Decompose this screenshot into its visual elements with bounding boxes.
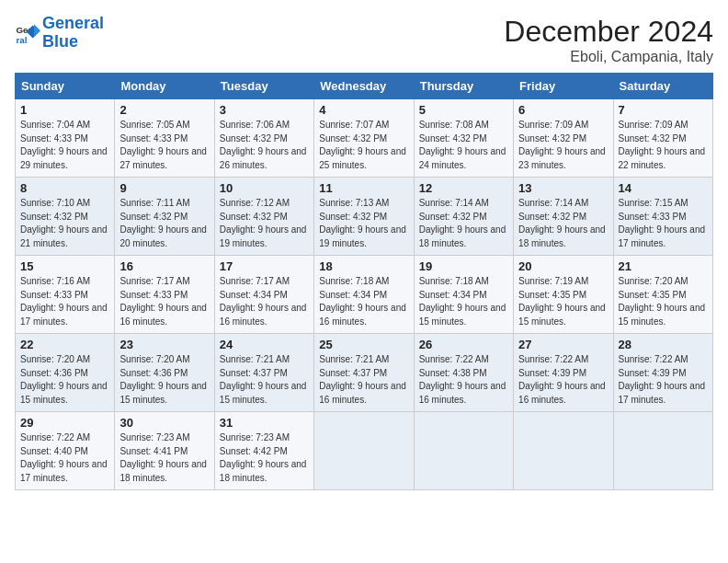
day-number: 29 — [20, 416, 109, 430]
day-info: Sunrise: 7:19 AMSunset: 4:35 PMDaylight:… — [518, 275, 608, 328]
title-block: December 2024 Eboli, Campania, Italy — [504, 15, 713, 65]
calendar-cell: 5Sunrise: 7:08 AMSunset: 4:32 PMDaylight… — [414, 99, 513, 178]
calendar-week-row: 1Sunrise: 7:04 AMSunset: 4:33 PMDaylight… — [16, 99, 713, 178]
calendar-cell — [314, 412, 414, 490]
day-number: 31 — [220, 416, 309, 430]
calendar-body: 1Sunrise: 7:04 AMSunset: 4:33 PMDaylight… — [16, 99, 713, 490]
day-number: 27 — [518, 338, 608, 351]
day-number: 11 — [319, 181, 408, 195]
day-number: 20 — [518, 259, 608, 273]
day-number: 14 — [619, 181, 708, 195]
calendar-cell: 7Sunrise: 7:09 AMSunset: 4:32 PMDaylight… — [613, 99, 712, 178]
weekday-header-wednesday: Wednesday — [314, 74, 414, 99]
day-number: 5 — [419, 103, 508, 117]
calendar-cell — [414, 412, 513, 490]
calendar-cell: 29Sunrise: 7:22 AMSunset: 4:40 PMDayligh… — [16, 412, 115, 490]
location: Eboli, Campania, Italy — [504, 49, 713, 65]
calendar-cell: 17Sunrise: 7:17 AMSunset: 4:34 PMDayligh… — [214, 256, 313, 334]
calendar-header-row: SundayMondayTuesdayWednesdayThursdayFrid… — [16, 74, 713, 99]
calendar-cell: 31Sunrise: 7:23 AMSunset: 4:42 PMDayligh… — [214, 412, 313, 490]
calendar-cell: 22Sunrise: 7:20 AMSunset: 4:36 PMDayligh… — [16, 334, 115, 412]
day-number: 30 — [119, 416, 209, 430]
day-info: Sunrise: 7:23 AMSunset: 4:42 PMDaylight:… — [220, 431, 309, 485]
day-info: Sunrise: 7:18 AMSunset: 4:34 PMDaylight:… — [319, 275, 408, 328]
day-info: Sunrise: 7:08 AMSunset: 4:32 PMDaylight:… — [419, 119, 508, 172]
calendar-cell: 25Sunrise: 7:21 AMSunset: 4:37 PMDayligh… — [314, 334, 414, 412]
day-number: 19 — [419, 259, 508, 273]
calendar-cell — [514, 412, 613, 490]
calendar-cell: 15Sunrise: 7:16 AMSunset: 4:33 PMDayligh… — [16, 256, 115, 334]
day-number: 25 — [319, 338, 408, 351]
day-info: Sunrise: 7:20 AMSunset: 4:36 PMDaylight:… — [20, 353, 109, 407]
logo: Gene ral General Blue — [15, 15, 104, 52]
logo-line2: Blue — [42, 32, 78, 51]
day-info: Sunrise: 7:18 AMSunset: 4:34 PMDaylight:… — [419, 275, 508, 328]
calendar-week-row: 8Sunrise: 7:10 AMSunset: 4:32 PMDaylight… — [16, 178, 713, 256]
logo-line1: General — [42, 14, 104, 32]
day-info: Sunrise: 7:12 AMSunset: 4:32 PMDaylight:… — [220, 197, 309, 250]
day-info: Sunrise: 7:11 AMSunset: 4:32 PMDaylight:… — [119, 197, 209, 250]
calendar-cell: 20Sunrise: 7:19 AMSunset: 4:35 PMDayligh… — [514, 256, 613, 334]
day-info: Sunrise: 7:14 AMSunset: 4:32 PMDaylight:… — [419, 197, 508, 250]
calendar-cell: 21Sunrise: 7:20 AMSunset: 4:35 PMDayligh… — [613, 256, 712, 334]
day-number: 22 — [20, 338, 109, 351]
calendar-cell: 30Sunrise: 7:23 AMSunset: 4:41 PMDayligh… — [115, 412, 214, 490]
day-info: Sunrise: 7:22 AMSunset: 4:39 PMDaylight:… — [619, 353, 708, 407]
page-header: Gene ral General Blue December 2024 Ebol… — [15, 15, 713, 65]
calendar-cell: 9Sunrise: 7:11 AMSunset: 4:32 PMDaylight… — [115, 178, 214, 256]
day-info: Sunrise: 7:22 AMSunset: 4:38 PMDaylight:… — [419, 353, 508, 407]
weekday-header-thursday: Thursday — [414, 74, 513, 99]
day-info: Sunrise: 7:10 AMSunset: 4:32 PMDaylight:… — [20, 197, 109, 250]
day-number: 24 — [220, 338, 309, 351]
calendar-cell: 27Sunrise: 7:22 AMSunset: 4:39 PMDayligh… — [514, 334, 613, 412]
day-info: Sunrise: 7:16 AMSunset: 4:33 PMDaylight:… — [20, 275, 109, 328]
day-info: Sunrise: 7:17 AMSunset: 4:34 PMDaylight:… — [220, 275, 309, 328]
calendar-cell: 1Sunrise: 7:04 AMSunset: 4:33 PMDaylight… — [16, 99, 115, 178]
calendar-week-row: 29Sunrise: 7:22 AMSunset: 4:40 PMDayligh… — [16, 412, 713, 490]
calendar-table: SundayMondayTuesdayWednesdayThursdayFrid… — [15, 73, 713, 490]
calendar-cell: 23Sunrise: 7:20 AMSunset: 4:36 PMDayligh… — [115, 334, 214, 412]
day-info: Sunrise: 7:04 AMSunset: 4:33 PMDaylight:… — [20, 119, 109, 172]
day-info: Sunrise: 7:06 AMSunset: 4:32 PMDaylight:… — [220, 119, 309, 172]
weekday-header-sunday: Sunday — [16, 74, 115, 99]
day-number: 10 — [220, 181, 309, 195]
day-number: 17 — [220, 259, 309, 273]
calendar-cell: 13Sunrise: 7:14 AMSunset: 4:32 PMDayligh… — [514, 178, 613, 256]
calendar-cell: 24Sunrise: 7:21 AMSunset: 4:37 PMDayligh… — [214, 334, 313, 412]
calendar-cell: 14Sunrise: 7:15 AMSunset: 4:33 PMDayligh… — [613, 178, 712, 256]
calendar-cell: 12Sunrise: 7:14 AMSunset: 4:32 PMDayligh… — [414, 178, 513, 256]
calendar-cell: 3Sunrise: 7:06 AMSunset: 4:32 PMDaylight… — [214, 99, 313, 178]
day-info: Sunrise: 7:15 AMSunset: 4:33 PMDaylight:… — [619, 197, 708, 250]
svg-text:ral: ral — [16, 35, 27, 45]
day-number: 4 — [319, 103, 408, 117]
day-info: Sunrise: 7:14 AMSunset: 4:32 PMDaylight:… — [518, 197, 608, 250]
day-number: 26 — [419, 338, 508, 351]
calendar-cell: 6Sunrise: 7:09 AMSunset: 4:32 PMDaylight… — [514, 99, 613, 178]
calendar-cell — [613, 412, 712, 490]
day-info: Sunrise: 7:23 AMSunset: 4:41 PMDaylight:… — [119, 431, 209, 485]
day-info: Sunrise: 7:21 AMSunset: 4:37 PMDaylight:… — [319, 353, 408, 407]
day-info: Sunrise: 7:13 AMSunset: 4:32 PMDaylight:… — [319, 197, 408, 250]
day-number: 16 — [119, 259, 209, 273]
calendar-cell: 11Sunrise: 7:13 AMSunset: 4:32 PMDayligh… — [314, 178, 414, 256]
day-info: Sunrise: 7:20 AMSunset: 4:35 PMDaylight:… — [619, 275, 708, 328]
logo-text: General Blue — [42, 15, 104, 52]
day-number: 13 — [518, 181, 608, 195]
day-info: Sunrise: 7:07 AMSunset: 4:32 PMDaylight:… — [319, 119, 408, 172]
day-info: Sunrise: 7:22 AMSunset: 4:40 PMDaylight:… — [20, 431, 109, 485]
day-number: 9 — [119, 181, 209, 195]
calendar-cell: 28Sunrise: 7:22 AMSunset: 4:39 PMDayligh… — [613, 334, 712, 412]
day-number: 3 — [220, 103, 309, 117]
day-info: Sunrise: 7:21 AMSunset: 4:37 PMDaylight:… — [220, 353, 309, 407]
weekday-header-friday: Friday — [514, 74, 613, 99]
day-info: Sunrise: 7:20 AMSunset: 4:36 PMDaylight:… — [119, 353, 209, 407]
day-number: 7 — [619, 103, 708, 117]
calendar-cell: 4Sunrise: 7:07 AMSunset: 4:32 PMDaylight… — [314, 99, 414, 178]
calendar-cell: 19Sunrise: 7:18 AMSunset: 4:34 PMDayligh… — [414, 256, 513, 334]
day-number: 6 — [518, 103, 608, 117]
day-number: 23 — [119, 338, 209, 351]
day-number: 15 — [20, 259, 109, 273]
weekday-header-saturday: Saturday — [613, 74, 712, 99]
month-title: December 2024 — [504, 15, 713, 49]
day-number: 12 — [419, 181, 508, 195]
